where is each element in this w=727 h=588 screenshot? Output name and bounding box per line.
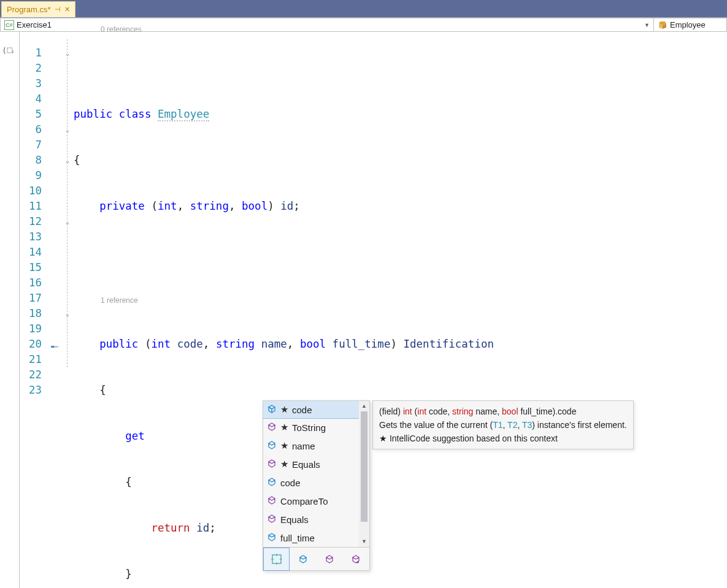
star-icon: ★ [280,422,288,433]
svg-text:}: } [12,50,13,53]
line-number: 13 [20,229,42,245]
filter-method-button[interactable] [316,548,342,571]
line-number: 2 [20,61,42,76]
line-number: 18 [20,306,42,321]
codelens-references[interactable]: 1 reference [101,293,138,308]
intellisense-item[interactable]: CompareTo [263,492,369,510]
intellisense-label: Equals [292,459,320,470]
intellisense-popup[interactable]: ★ code ★ ToString ★ name ★ Equals code C… [263,400,370,571]
star-icon: ★ [280,459,288,470]
line-number: 17 [20,291,42,306]
intellisense-filter-bar [263,547,369,570]
line-number: 7 [20,137,42,153]
method-icon [267,422,277,433]
fold-toggle[interactable]: ⌄ [61,45,74,61]
line-number: 5 [20,107,42,122]
outline-gutter: {} [0,32,20,588]
filter-target-button[interactable] [263,548,290,571]
field-icon [267,440,277,452]
line-number: 8 [20,153,42,168]
intellisense-item[interactable]: ★ name [263,437,369,455]
scroll-up-icon[interactable]: ▲ [359,401,369,411]
line-number: 14 [20,245,42,260]
line-number: 20 [20,337,42,352]
close-icon[interactable]: ✕ [64,6,70,13]
filter-field-button[interactable] [290,548,316,571]
fold-toggle[interactable]: ⌄ [61,153,74,168]
intellisense-item[interactable]: Equals [263,510,369,529]
line-number: 12 [20,214,42,229]
line-number: 10 [20,183,42,199]
svg-text:{: { [2,45,6,55]
screwdriver-icon[interactable] [48,337,61,352]
tab-title: Program.cs* [7,5,51,14]
line-number: 21 [20,352,42,367]
line-number: 9 [20,168,42,183]
fold-toggle[interactable]: ⌄ [61,214,74,229]
intellisense-label: Equals [280,514,309,525]
codelens-references[interactable]: 0 references [101,22,142,37]
line-number: 3 [20,76,42,91]
filter-extension-button[interactable] [342,548,369,571]
field-icon [267,404,277,416]
marker-gutter [48,32,61,588]
csharp-icon: C# [4,20,14,30]
nav-scope-dropdown[interactable]: C# Exercise1 ▼ [0,18,653,32]
star-icon: ★ [280,440,288,451]
tooltip-signature: (field) int (int code, string name, bool… [379,405,627,418]
method-icon [267,495,277,507]
nav-member-dropdown[interactable]: Employee [653,18,727,32]
line-number: 11 [20,199,42,214]
intellisense-label: name [292,441,315,451]
svg-rect-5 [272,555,281,563]
tooltip-intellicode-note: ★ IntelliCode suggestion based on this c… [379,432,627,445]
fold-gutter: ⌄ ⌄ ⌄ ⌄ ⌄ [61,32,74,588]
intellisense-item[interactable]: ★ code [263,401,369,419]
intellisense-label: code [292,405,312,415]
intellisense-item[interactable]: ★ ToString [263,418,369,437]
line-number: 19 [20,321,42,337]
scroll-down-icon[interactable]: ▼ [359,536,369,547]
file-tab[interactable]: Program.cs* ⊣ ✕ [1,1,75,17]
tab-bar: Program.cs* ⊣ ✕ [0,0,727,17]
field-icon [267,532,277,544]
line-number-gutter: 1 2 3 4 5 6 7 8 9 10 11 12 13 14 15 16 1… [20,32,48,588]
fold-toggle[interactable]: ⌄ [61,122,74,137]
svg-rect-1 [7,48,12,53]
outline-icon[interactable]: {} [0,45,19,57]
class-icon [658,20,667,30]
intellisense-tooltip: (field) int (int code, string name, bool… [372,400,634,449]
svg-rect-4 [54,346,58,347]
intellisense-label: full_time [280,533,315,543]
nav-member-text: Employee [670,20,723,29]
star-icon: ★ [280,404,288,415]
method-icon [267,514,277,525]
line-number: 23 [20,383,42,398]
intellisense-item[interactable]: full_time [263,529,369,547]
pin-icon[interactable]: ⊣ [55,6,61,13]
line-number: 22 [20,367,42,383]
scroll-thumb[interactable] [361,411,367,522]
intellisense-list: ★ code ★ ToString ★ name ★ Equals code C… [263,401,369,547]
line-number: 15 [20,260,42,275]
fold-toggle[interactable]: ⌄ [61,306,74,321]
field-icon [267,477,277,489]
line-number: 1 [20,45,42,61]
line-number: 16 [20,275,42,291]
line-number: 6 [20,122,42,137]
intellisense-label: code [280,478,301,488]
code-text-area[interactable]: 0 references public class Employee { pri… [74,32,727,588]
chevron-down-icon: ▼ [644,22,650,28]
intellisense-item[interactable]: ★ Equals [263,455,369,473]
tooltip-description: Gets the value of the current (T1, T2, T… [379,418,627,432]
intellisense-scrollbar[interactable]: ▲ ▼ [359,401,369,547]
method-icon [267,459,277,470]
intellisense-label: CompareTo [280,496,328,506]
intellisense-label: ToString [292,422,326,433]
intellisense-item[interactable]: code [263,473,369,492]
line-number: 4 [20,91,42,107]
